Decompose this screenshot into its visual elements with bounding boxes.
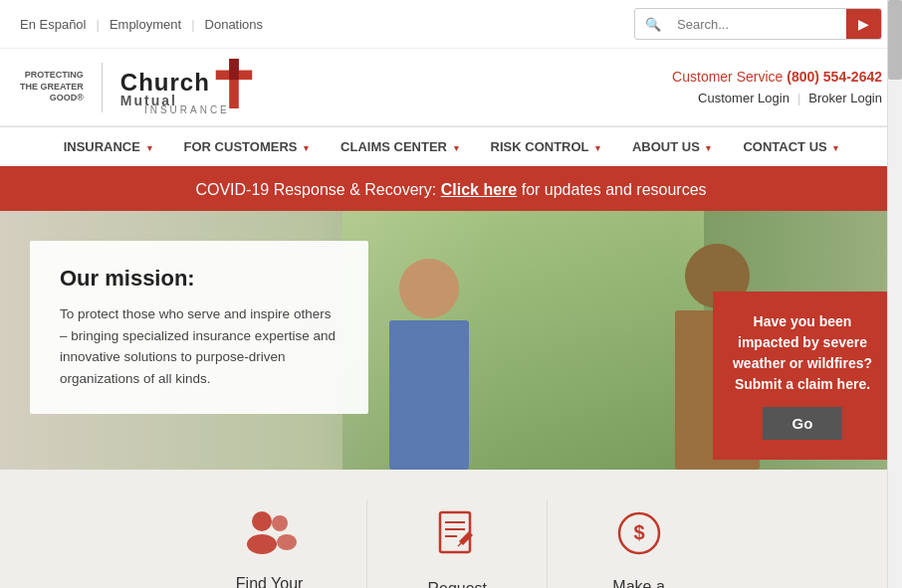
- employment-link[interactable]: Employment: [110, 17, 181, 32]
- go-button[interactable]: Go: [763, 407, 843, 440]
- find-rep-icon: [242, 509, 297, 563]
- nav-item-insurance: INSURANCE ▾: [48, 127, 168, 166]
- nav-item-about-us: ABOUT US ▾: [616, 127, 728, 166]
- nav-link-risk-control[interactable]: RISK CONTROL ▾: [475, 127, 616, 166]
- make-payment-icon: $: [615, 509, 663, 566]
- search-bar: 🔍 ▶: [634, 8, 882, 40]
- chevron-down-icon: ▾: [833, 143, 838, 153]
- chevron-down-icon: ▾: [706, 143, 711, 153]
- search-input[interactable]: [667, 11, 846, 38]
- request-quote-label: Requesta Quote: [427, 578, 487, 588]
- nav-item-contact-us: CONTACT US ▾: [727, 127, 854, 166]
- chevron-down-icon: ▾: [304, 143, 309, 153]
- nav-item-for-customers: FOR CUSTOMERS ▾: [168, 127, 326, 166]
- site-header: PROTECTING THE GREATER GOOD® Church Mutu…: [0, 49, 902, 126]
- svg-text:$: $: [633, 521, 644, 543]
- make-payment-cta[interactable]: $ Make aPayment: [548, 499, 730, 588]
- mission-text: To protect those who serve and inspire o…: [60, 303, 338, 389]
- claim-cta-box: Have you been impacted by severe weather…: [713, 292, 892, 460]
- nav-list: INSURANCE ▾ FOR CUSTOMERS ▾ CLAIMS CENTE…: [0, 127, 902, 166]
- nav-item-risk-control: RISK CONTROL ▾: [475, 127, 616, 166]
- find-rep-label: Find YourDirect Rep: [232, 573, 308, 588]
- nav-link-claims-center[interactable]: CLAIMS CENTER ▾: [325, 127, 475, 166]
- utility-links: En Español | Employment | Donations: [20, 17, 263, 32]
- divider: [102, 63, 103, 112]
- claim-cta-text: Have you been impacted by severe weather…: [728, 311, 877, 395]
- main-nav: INSURANCE ▾ FOR CUSTOMERS ▾ CLAIMS CENTE…: [0, 126, 902, 169]
- request-quote-cta[interactable]: Requesta Quote: [367, 499, 548, 588]
- header-login-links: Customer Login | Broker Login: [672, 91, 882, 105]
- scrollbar-track[interactable]: [887, 0, 902, 588]
- nav-link-about-us[interactable]: ABOUT US ▾: [616, 127, 728, 166]
- header-right: Customer Service (800) 554-2642 Customer…: [672, 69, 882, 105]
- customer-login-link[interactable]: Customer Login: [698, 91, 789, 105]
- make-payment-label: Make aPayment: [607, 576, 670, 588]
- chevron-down-icon: ▾: [595, 143, 600, 153]
- svg-rect-7: [440, 512, 470, 552]
- covid-click-here-link[interactable]: Click here: [441, 181, 517, 198]
- broker-login-link[interactable]: Broker Login: [808, 91, 882, 105]
- find-rep-cta[interactable]: Find YourDirect Rep: [172, 499, 368, 588]
- utility-bar: En Español | Employment | Donations 🔍 ▶: [0, 0, 902, 49]
- chevron-down-icon: ▾: [454, 143, 459, 153]
- nav-link-contact-us[interactable]: CONTACT US ▾: [727, 127, 854, 166]
- svg-point-6: [277, 534, 297, 550]
- search-button[interactable]: ▶: [846, 9, 881, 39]
- customer-service: Customer Service (800) 554-2642: [672, 69, 882, 85]
- nav-link-for-customers[interactable]: FOR CUSTOMERS ▾: [168, 127, 326, 166]
- hero-section: Our mission: To protect those who serve …: [0, 211, 902, 470]
- nav-link-insurance[interactable]: INSURANCE ▾: [48, 127, 168, 166]
- svg-point-5: [272, 515, 288, 531]
- mission-title: Our mission:: [60, 266, 338, 292]
- tagline: PROTECTING THE GREATER GOOD®: [20, 70, 84, 104]
- person-silhouette-1: [379, 259, 479, 470]
- svg-rect-2: [229, 59, 239, 80]
- search-icon: 🔍: [635, 11, 667, 38]
- request-quote-icon: [435, 509, 480, 568]
- donations-link[interactable]: Donations: [205, 17, 264, 32]
- company-type: INSURANCE: [144, 104, 230, 115]
- scrollbar-thumb[interactable]: [888, 0, 902, 80]
- svg-point-4: [247, 534, 277, 554]
- nav-item-claims-center: CLAIMS CENTER ▾: [325, 127, 475, 166]
- en-espanol-link[interactable]: En Español: [20, 17, 87, 32]
- logo-area: PROTECTING THE GREATER GOOD® Church Mutu…: [20, 59, 254, 115]
- chevron-down-icon: ▾: [147, 143, 152, 153]
- svg-point-3: [252, 511, 272, 531]
- bottom-cta-section: Find YourDirect Rep Requesta Quote $ Mak…: [0, 470, 902, 588]
- mission-box: Our mission: To protect those who serve …: [30, 241, 368, 414]
- cross-logo-icon: [214, 59, 254, 108]
- covid-banner: COVID-19 Response & Recovery: Click here…: [0, 169, 902, 211]
- church-mutual-logo: Church Mutual INSURANCE: [120, 59, 254, 115]
- phone-link[interactable]: (800) 554-2642: [787, 69, 882, 85]
